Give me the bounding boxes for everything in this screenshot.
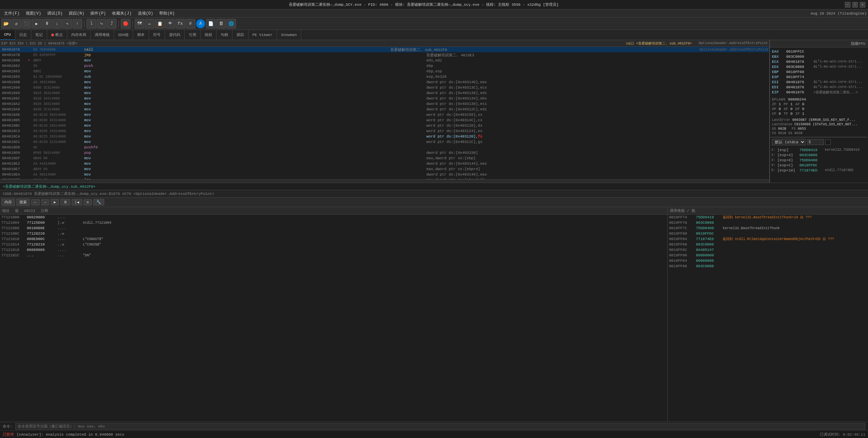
tool-open[interactable]: 📂: [1, 19, 11, 29]
mem-tool-3[interactable]: ←: [31, 199, 40, 205]
command-input[interactable]: [15, 423, 865, 430]
disasm-row[interactable]: 004018EA A3 48314000 mov dword ptr ds:[0…: [0, 172, 769, 177]
stack-panel-row[interactable]: 0019FF94 00000000: [668, 258, 868, 263]
tab-log[interactable]: 日志: [15, 30, 31, 40]
tab-notes[interactable]: 笔记: [31, 30, 47, 40]
tool-log[interactable]: 📋: [155, 19, 165, 29]
disasm-row[interactable]: 00401876 E8 7E040000 call 吾爱破解培训第二. sub_…: [0, 47, 769, 52]
minimize-button[interactable]: —: [845, 2, 850, 7]
mem-tool-9[interactable]: 🔧: [93, 199, 104, 205]
tool-patch[interactable]: ✏: [145, 19, 154, 29]
disasm-row[interactable]: 004018D9 8F05 50314000 pop dword ptr ds:…: [0, 150, 769, 156]
memory-row[interactable]: 7712100C 77128220 ..w: [0, 231, 667, 236]
tab-mem[interactable]: 内存布局: [67, 30, 91, 40]
tab-ref[interactable]: 引用: [185, 30, 201, 40]
disasm-scrollbar-h[interactable]: [0, 179, 769, 183]
reg-value[interactable]: 0019FF74: [786, 75, 812, 79]
disasm-row[interactable]: 00401883 8BEC mov ebp,esp: [0, 69, 769, 74]
stack-count-input[interactable]: [807, 139, 824, 145]
tab-src[interactable]: 源代码: [165, 30, 185, 40]
menu-options[interactable]: 选项(O): [135, 10, 156, 17]
flag-pf[interactable]: PF 1: [783, 102, 792, 106]
memory-row[interactable]: 77121004 77125D90 ].w ntdll.77121004: [0, 220, 667, 225]
memory-row[interactable]: 7712101C ... ... "DN": [0, 253, 667, 258]
mem-tool-4[interactable]: →: [41, 199, 50, 205]
flag-df[interactable]: DF 0: [795, 107, 804, 111]
flag-if[interactable]: IF 1: [795, 112, 804, 116]
mem-tool-8[interactable]: ≡: [84, 199, 92, 205]
disasm-row[interactable]: 004018BC 66:8C1D 28314000 mov word ptr d…: [0, 123, 769, 128]
mem-tool-1[interactable]: 内存: [1, 199, 15, 206]
disasm-row[interactable]: 004018AE 66:8C1D 58314000 mov word ptr d…: [0, 112, 769, 117]
stack-panel-row[interactable]: 0019FF7C 75DD0400 kernel32.BaseThreadIni…: [668, 225, 868, 231]
mem-tool-7[interactable]: |◀: [72, 199, 82, 205]
disasm-row[interactable]: 00401885 81 EC 28030000 sub esp,0x328: [0, 74, 769, 79]
stack-panel-row[interactable]: 0019FF98 003C0000: [668, 263, 868, 269]
flag-tf[interactable]: TF 0: [783, 112, 792, 116]
tool-watch[interactable]: 👁: [165, 19, 175, 29]
tab-pe[interactable]: PE Viewer: [248, 30, 277, 40]
stack-panel-row[interactable]: 0019FF84 771874ED 返回到 ntdll.RtlGetAppCon…: [668, 236, 868, 242]
menu-debug[interactable]: 调试(D): [44, 10, 66, 17]
maximize-button[interactable]: □: [852, 2, 858, 7]
eflags-value[interactable]: 00000244: [788, 97, 806, 102]
stack-panel-row[interactable]: 0019FF90 00000000: [668, 253, 868, 258]
tab-seh[interactable]: SEH链: [114, 30, 133, 40]
disasm-row[interactable]: 004018A2 8935 30314000 mov dword ptr ds:…: [0, 101, 769, 107]
reg-value[interactable]: 003C0000: [786, 55, 812, 59]
disasm-row[interactable]: 0040188B A3 40314000 mov dword ptr ds:[0…: [0, 79, 769, 85]
stack-panel-row[interactable]: 0019FF80 0019FFDC: [668, 231, 868, 236]
reg-value[interactable]: 0019FFCC: [786, 50, 812, 54]
reg-value[interactable]: 00401876: [786, 60, 812, 64]
memory-row[interactable]: 77121000 00020000 ....: [0, 215, 667, 220]
tab-bp[interactable]: 断点: [47, 30, 67, 40]
memory-row[interactable]: 77121014 77128210 ..w L"CONIN$": [0, 242, 667, 247]
stack-val[interactable]: 0019FFDC: [799, 163, 825, 167]
stack-panel-row[interactable]: 0019FF88 003C0000: [668, 242, 868, 247]
disasm-row[interactable]: 004018CA 66:8C25 20314000 mov word ptr d…: [0, 134, 769, 139]
tool-step-over[interactable]: ↷: [62, 19, 72, 29]
disasm-row[interactable]: 004018E7 8B45 04 mov eax,dword ptr ss:[e…: [0, 166, 769, 172]
tab-callstack[interactable]: 调用堆栈: [91, 30, 114, 40]
mem-tool-5[interactable]: ▶: [51, 199, 59, 205]
tool-str[interactable]: 📄: [206, 19, 216, 29]
disasm-row[interactable]: 004018C3 66:8C05 24314000 mov word ptr d…: [0, 128, 769, 134]
reg-value[interactable]: 00401876: [786, 90, 812, 94]
stack-val[interactable]: 75DD0419: [799, 148, 825, 152]
stack-color-picker[interactable]: [825, 140, 831, 145]
disasm-row[interactable]: 00401880 > 8BFF mov edi,edi: [0, 58, 769, 63]
tool-del[interactable]: 🗑: [216, 19, 226, 29]
flag-sf[interactable]: SF 0: [783, 107, 792, 111]
mem-tool-6[interactable]: ⏸: [60, 199, 70, 205]
close-button[interactable]: ✕: [860, 2, 865, 7]
menu-help[interactable]: 帮助(H): [156, 10, 178, 17]
menu-view[interactable]: 视图(V): [23, 10, 44, 17]
flag-cf[interactable]: CF 0: [772, 112, 781, 116]
disasm-row[interactable]: 0040187B E9 63FDFFFF jmp 吾爱破解培训第二. 4015E…: [0, 52, 769, 58]
tab-cpu[interactable]: CPU: [0, 30, 15, 40]
stack-val[interactable]: 003C0000: [799, 153, 825, 157]
disasm-row[interactable]: 00401896 8915 38314000 mov dword ptr ds:…: [0, 90, 769, 96]
tool-step-out[interactable]: ↑: [73, 19, 82, 29]
tool-cpu[interactable]: A: [196, 19, 205, 29]
flag-af[interactable]: AF 0: [795, 102, 804, 106]
memory-row[interactable]: 77121010 000E000C .... L"CONOUT$": [0, 236, 667, 242]
disasm-row[interactable]: 004018D8 9C pushfd: [0, 145, 769, 150]
menu-plugin[interactable]: 插件(P): [88, 10, 109, 17]
menu-trace[interactable]: 跟踪(N): [66, 10, 87, 17]
tool-animate-into[interactable]: ⤵: [87, 19, 96, 29]
tool-animate-over[interactable]: ⤷: [97, 19, 106, 29]
disasm-row[interactable]: 00401882 55 push ebp: [0, 63, 769, 69]
reg-value[interactable]: 00401876: [786, 80, 812, 84]
tab-sym[interactable]: 符号: [149, 30, 165, 40]
tool-restart[interactable]: ↺: [12, 19, 21, 29]
tool-hash[interactable]: #: [186, 19, 195, 29]
tool-run[interactable]: ▶: [32, 19, 41, 29]
memory-row[interactable]: 77121008 0010000E ....: [0, 225, 667, 231]
disasm-content[interactable]: 00401876 E8 7E040000 call 吾爱破解培训第二. sub_…: [0, 47, 769, 179]
tool-close[interactable]: ⬛: [22, 19, 31, 29]
mem-tool-2[interactable]: 搜索: [16, 199, 30, 206]
tab-snowman[interactable]: Snowman: [277, 30, 301, 40]
flag-zf[interactable]: ZF 1: [772, 102, 781, 106]
tab-script[interactable]: 脚本: [133, 30, 149, 40]
